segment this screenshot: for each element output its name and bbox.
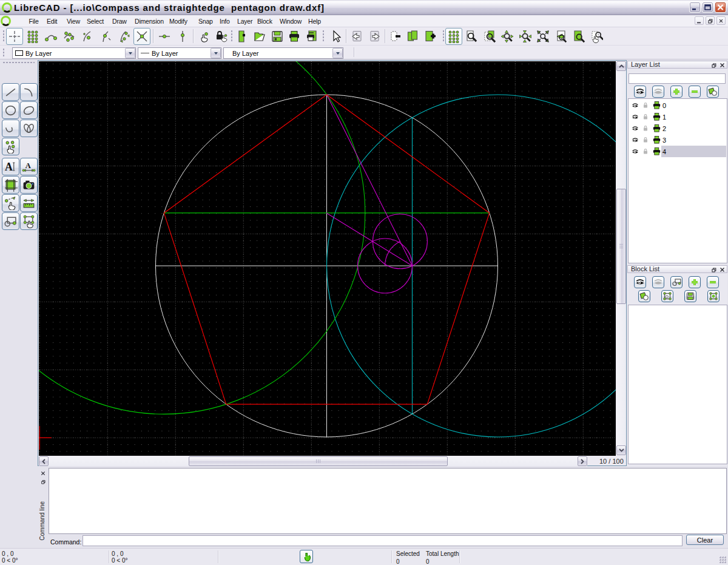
tool-spline-button[interactable] <box>2 120 19 137</box>
tool-image-button[interactable] <box>20 176 38 194</box>
layer-lock-icon[interactable] <box>642 125 649 132</box>
layer-row-3[interactable]: 3 <box>629 134 726 146</box>
menu-help[interactable]: Help <box>308 18 321 25</box>
file-new-button[interactable] <box>234 28 251 45</box>
zoom-redraw-button[interactable] <box>517 28 534 45</box>
menu-modify[interactable]: Modify <box>169 18 187 25</box>
layer-name[interactable]: 0 <box>661 100 726 111</box>
remove-layer-button[interactable] <box>689 86 701 98</box>
save-block-button[interactable] <box>684 290 696 302</box>
layer-lock-icon[interactable] <box>642 137 649 144</box>
grid-toggle-button[interactable] <box>445 28 462 45</box>
show-all-blocks-button[interactable] <box>634 276 646 288</box>
layer-lock-icon[interactable] <box>642 148 649 155</box>
tool-block-create-button[interactable] <box>2 212 19 230</box>
zoom-page-button[interactable] <box>570 28 587 45</box>
toolbar-handle[interactable] <box>231 30 233 42</box>
toggle-block-visibility-button[interactable] <box>670 276 682 288</box>
file-print-button[interactable] <box>286 28 303 45</box>
mdi-minimize-button[interactable] <box>695 16 704 25</box>
tool-ellipse-button[interactable] <box>20 101 38 119</box>
color-combobox[interactable]: By Layer <box>12 47 136 59</box>
float-panel-icon[interactable] <box>710 266 717 273</box>
layer-name[interactable]: 1 <box>661 111 726 123</box>
linewidth-combobox[interactable]: By Layer <box>138 47 221 59</box>
layer-print-icon[interactable] <box>652 147 661 156</box>
zoom-window-button[interactable] <box>481 28 498 45</box>
edit-copy-button[interactable] <box>404 28 421 45</box>
document-logo-icon[interactable] <box>1 16 11 26</box>
view-previous-button[interactable] <box>552 28 569 45</box>
menu-snap[interactable]: Snap <box>198 18 213 25</box>
clear-button[interactable]: Clear <box>686 535 724 545</box>
tool-hatch-button[interactable] <box>2 176 19 194</box>
zoom-in-button[interactable] <box>463 28 480 45</box>
layer-lock-icon[interactable] <box>642 113 649 121</box>
layer-name[interactable]: 4 <box>661 146 726 157</box>
layer-visible-icon[interactable] <box>631 102 639 109</box>
layer-row-4[interactable]: 4 <box>629 146 726 157</box>
scroll-left-button[interactable] <box>39 456 49 466</box>
mdi-restore-button[interactable] <box>706 16 715 25</box>
layer-lock-icon[interactable] <box>642 102 649 109</box>
edit-cut-button[interactable] <box>387 28 404 45</box>
toolbar-handle[interactable] <box>322 30 325 42</box>
layer-print-icon[interactable] <box>652 112 661 121</box>
layer-name[interactable]: 2 <box>661 123 726 134</box>
minimize-button[interactable] <box>689 2 701 13</box>
scroll-right-button[interactable] <box>578 456 587 466</box>
snap-intersection-button[interactable] <box>133 28 150 45</box>
snap-distance-button[interactable] <box>115 28 132 45</box>
layer-visible-icon[interactable] <box>631 148 639 155</box>
layer-print-icon[interactable] <box>652 124 661 133</box>
edit-block-attributes-button[interactable] <box>638 290 650 302</box>
snap-grid-button[interactable] <box>24 28 41 45</box>
layer-row-1[interactable]: 1 <box>629 111 726 123</box>
insert-block-button[interactable] <box>707 290 720 302</box>
snap-endpoints-button[interactable] <box>42 28 59 45</box>
undo-button[interactable] <box>348 28 365 45</box>
layer-filter-input[interactable] <box>629 73 726 84</box>
combo-dropdown-button[interactable] <box>125 48 135 58</box>
layer-row-2[interactable]: 2 <box>629 123 726 134</box>
edit-layer-button[interactable] <box>707 86 719 98</box>
combo-dropdown-button[interactable] <box>332 48 343 58</box>
snap-free-button[interactable] <box>6 28 23 45</box>
tool-measure-button[interactable] <box>20 194 38 212</box>
command-input[interactable] <box>83 535 682 546</box>
tool-dimension-button[interactable] <box>20 158 38 175</box>
layer-visible-icon[interactable] <box>631 137 639 144</box>
menu-info[interactable]: Info <box>220 18 230 25</box>
toolbar-handle[interactable] <box>442 30 445 42</box>
maximize-button[interactable] <box>702 2 713 13</box>
lock-relative-zero-button[interactable] <box>212 28 229 45</box>
redo-button[interactable] <box>366 28 383 45</box>
tool-arc-button[interactable] <box>20 83 38 101</box>
file-save-button[interactable] <box>269 28 286 45</box>
vertical-scrollbar-thumb[interactable] <box>616 189 626 304</box>
tool-polyline-button[interactable] <box>20 120 38 137</box>
hide-all-layers-button[interactable] <box>652 86 664 98</box>
restrict-nothing-button[interactable] <box>195 28 212 45</box>
zoom-auto-button[interactable] <box>499 28 516 45</box>
close-button[interactable] <box>715 2 726 13</box>
menu-file[interactable]: File <box>29 18 39 25</box>
layer-visible-icon[interactable] <box>631 125 639 132</box>
add-layer-button[interactable] <box>670 86 682 98</box>
remove-block-button[interactable] <box>707 276 719 288</box>
command-history[interactable] <box>49 468 727 534</box>
menu-dimension[interactable]: Dimension <box>135 18 164 25</box>
window-resize-grip[interactable] <box>719 556 727 564</box>
tool-line-button[interactable] <box>2 83 19 101</box>
layer-print-icon[interactable] <box>652 135 661 144</box>
palette-handle[interactable] <box>2 61 35 64</box>
tool-text-button[interactable] <box>2 158 19 175</box>
close-panel-icon[interactable] <box>718 62 726 69</box>
tool-modify-button[interactable] <box>2 194 19 212</box>
tool-points-button[interactable] <box>2 138 19 155</box>
snap-middle-button[interactable] <box>97 28 114 45</box>
hide-all-blocks-button[interactable] <box>652 276 664 288</box>
tool-block-edit-button[interactable] <box>20 212 38 230</box>
close-dock-icon[interactable] <box>39 470 47 477</box>
edit-block-button[interactable] <box>661 290 673 302</box>
